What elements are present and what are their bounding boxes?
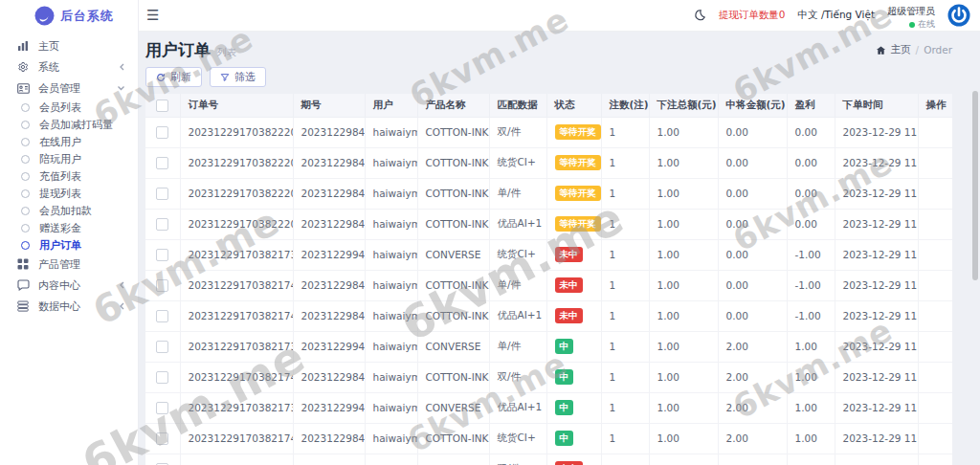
row-select-cell: [145, 209, 180, 239]
order-no-cell: 202312291703821736: [180, 454, 293, 465]
radio-circle-icon: [21, 241, 30, 250]
status-cell: 未中: [546, 300, 601, 331]
sidebar-item-9[interactable]: 会员加扣款: [0, 202, 138, 219]
product-cell: CONVERSE: [417, 331, 489, 362]
row-checkbox[interactable]: [156, 432, 168, 445]
row-checkbox[interactable]: [156, 371, 168, 384]
row-checkbox[interactable]: [156, 279, 168, 292]
row-select-cell: [145, 270, 180, 300]
table-row: 20231229170382174420231229842haiwaiymCOT…: [145, 300, 952, 331]
sidebar-item-label: 陪玩用户: [39, 152, 81, 166]
user-cell: haiwaiym: [365, 362, 417, 392]
total-bet-cell: 1.00: [649, 423, 718, 454]
sidebar-toggle-icon[interactable]: ☰: [146, 9, 159, 23]
status-badge: 中: [555, 431, 574, 445]
sidebar-item-6[interactable]: 陪玩用户: [0, 150, 138, 167]
chart-icon: [16, 40, 30, 52]
total-bet-cell: 1.00: [649, 239, 718, 270]
win-amount-cell: 2.00: [718, 362, 787, 392]
row-checkbox[interactable]: [156, 126, 168, 139]
profit-cell: -1.00: [787, 270, 835, 300]
home-icon: [876, 45, 886, 55]
sidebar-item-10[interactable]: 赠送彩金: [0, 219, 138, 236]
sidebar-item-0[interactable]: 主页: [0, 35, 138, 56]
radio-circle-icon: [21, 224, 30, 232]
match-data-cell: 统货CI+: [489, 147, 546, 178]
sidebar-item-2[interactable]: 会员管理: [0, 78, 138, 99]
status-badge: 未中: [555, 247, 583, 261]
row-checkbox[interactable]: [156, 402, 168, 414]
admin-info[interactable]: 超级管理员 在线: [887, 0, 935, 30]
profit-cell: 0.00: [787, 117, 835, 147]
radio-circle-icon: [21, 155, 30, 164]
product-cell: COTTON-INK: [417, 117, 489, 147]
column-header-4: 匹配数据: [489, 94, 546, 117]
sidebar-item-12[interactable]: 产品管理: [0, 254, 138, 275]
row-select-cell: [145, 239, 180, 270]
match-data-cell: 双/件: [489, 117, 546, 147]
language-selector[interactable]: 中文 /Tiếng Việt: [798, 9, 875, 22]
match-data-cell: 双/件: [489, 454, 546, 465]
product-cell: COTTON-INK: [417, 362, 489, 392]
row-checkbox[interactable]: [156, 341, 168, 353]
sidebar-item-13[interactable]: 内容中心: [0, 275, 138, 296]
order-time-cell: 2023-12-29 11:56:47: [835, 209, 918, 239]
breadcrumb: 主页 / Order: [876, 43, 952, 56]
vertical-scrollbar[interactable]: [972, 91, 978, 280]
sidebar-item-4[interactable]: 会员加减打码量: [0, 116, 138, 133]
profit-cell: -1.00: [787, 454, 835, 465]
row-checkbox[interactable]: [156, 249, 168, 261]
action-cell: [918, 147, 952, 178]
bets-cell: 1: [601, 362, 649, 392]
status-badge: 等待开奖: [555, 216, 601, 231]
sidebar-item-label: 产品管理: [38, 257, 80, 272]
content-area: 用户订单 列表 主页 / Order 刷新 筛选: [139, 32, 980, 465]
action-cell: [918, 362, 952, 392]
bets-cell: 1: [601, 147, 649, 178]
table-row: 20231229170382173620231229943haiwaiymCON…: [145, 392, 952, 423]
products-icon: [16, 258, 30, 270]
header-select-all-cell: [145, 94, 180, 117]
sidebar-item-14[interactable]: 数据中心: [0, 296, 138, 317]
table-row: 20231229170382174420231229842haiwaiymCOT…: [145, 423, 952, 454]
row-checkbox[interactable]: [156, 188, 168, 200]
order-time-cell: 2023-12-29 11:50:03: [835, 270, 918, 300]
sidebar-item-3[interactable]: 会员列表: [0, 99, 138, 116]
profit-cell: -1.00: [787, 300, 835, 331]
sidebar-item-8[interactable]: 提现列表: [0, 185, 138, 202]
sidebar-item-7[interactable]: 充值列表: [0, 167, 138, 185]
order-no-cell: 202312291703822207: [180, 209, 293, 239]
user-cell: haiwaiym: [365, 331, 417, 362]
sidebar-item-5[interactable]: 在线用户: [0, 133, 138, 150]
withdraw-order-notice[interactable]: 提现订单数量0: [719, 9, 786, 22]
order-time-cell: 2023-12-29 11:50:03: [835, 300, 918, 331]
avatar[interactable]: [947, 4, 970, 27]
win-amount-cell: 0.00: [718, 270, 787, 300]
period-cell: 20231229842: [293, 362, 365, 392]
row-checkbox[interactable]: [156, 310, 168, 322]
order-time-cell: 2023-12-29 11:50:03: [835, 423, 918, 454]
chevron-down-icon: [117, 85, 125, 92]
profit-cell: -1.00: [787, 239, 835, 270]
refresh-button[interactable]: 刷新: [145, 67, 202, 87]
logo[interactable]: 后台系统: [0, 0, 138, 32]
total-bet-cell: 1.00: [649, 331, 718, 362]
sidebar-item-1[interactable]: 系统: [0, 56, 138, 78]
dark-mode-icon[interactable]: [693, 9, 706, 22]
filter-button[interactable]: 筛选: [210, 67, 266, 87]
breadcrumb-home[interactable]: 主页: [891, 43, 911, 56]
table-row: 20231229170382174420231229842haiwaiymCOT…: [145, 362, 952, 392]
order-no-cell: 202312291703822207: [180, 178, 293, 209]
period-cell: 20231229842: [293, 270, 365, 300]
row-checkbox[interactable]: [156, 157, 168, 169]
user-cell: haiwaiym: [365, 178, 417, 209]
row-checkbox[interactable]: [156, 218, 168, 231]
match-data-cell: 单/件: [489, 331, 546, 362]
sidebar-item-11[interactable]: 用户订单: [0, 236, 138, 254]
column-header-9: 盈利: [787, 94, 835, 117]
bets-cell: 1: [601, 270, 649, 300]
column-header-10: 下单时间: [835, 94, 918, 117]
user-cell: haiwaiym: [365, 117, 417, 147]
order-time-cell: 2023-12-29 11:50:03: [835, 362, 918, 392]
select-all-checkbox[interactable]: [156, 100, 168, 112]
